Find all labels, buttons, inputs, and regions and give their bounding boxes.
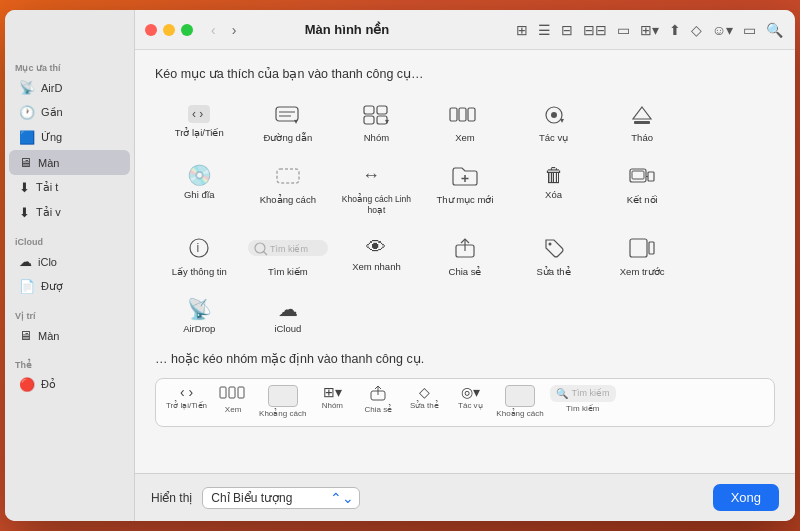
tp-space-label2: Khoảng cách xyxy=(496,409,543,418)
search-label: Tìm kiếm xyxy=(268,266,308,277)
quicklook-icon: 👁 xyxy=(366,237,386,257)
sidebar-item-location[interactable]: 🖥 Màn xyxy=(9,323,130,348)
toolbar-item-new-folder[interactable]: Thư mục mới xyxy=(421,157,510,220)
toolbar-item-airdrop[interactable]: 📡 AirDrop xyxy=(155,291,244,340)
show-label: Hiển thị xyxy=(151,491,192,505)
toolbar-item-path[interactable]: ▾ Đường dẫn xyxy=(244,97,333,149)
sidebar-item-label: Tải t xyxy=(36,181,58,194)
view-grid-small-button[interactable]: ⊞▾ xyxy=(638,20,661,40)
toolbar-item-flexible-space[interactable]: ↔ Khoảng cách Linh hoạt xyxy=(332,157,421,220)
sidebar-item-icloud[interactable]: ☁ iClo xyxy=(9,249,130,274)
toolbar-item-burn[interactable]: 💿 Ghi đĩa xyxy=(155,157,244,220)
sidebar-section-favorites: Mục ưa thí 📡 AirD 🕐 Gần 🟦 Ứng 🖥 Màn ⬇ Tả… xyxy=(5,55,134,229)
toolbar-item-share[interactable]: Chia sẻ xyxy=(421,229,510,283)
sidebar-item-label: Đỏ xyxy=(41,378,56,391)
close-button[interactable] xyxy=(145,24,157,36)
sidebar-item-downloads1[interactable]: ⬇ Tải t xyxy=(9,175,130,200)
search-icon: Tìm kiếm xyxy=(248,237,328,262)
toolbar-item-back-forward[interactable]: ‹ › Trở lại/Tiến xyxy=(155,97,244,149)
tp-item-back-forward: ‹ › Trở lại/Tiến xyxy=(166,385,207,410)
toolbar-item-info[interactable]: i Lấy thông tin xyxy=(155,229,244,283)
path-icon: ▾ xyxy=(275,105,301,128)
preview-label: Xem trước xyxy=(620,266,665,277)
tp-search-field[interactable]: 🔍 Tìm kiếm xyxy=(550,385,616,402)
toolbar-item-connect[interactable]: Kết nối xyxy=(598,157,687,220)
toolbar-preview: ‹ › Trở lại/Tiến Xem xyxy=(155,378,775,427)
view-label: Xem xyxy=(455,132,475,143)
sidebar-item-downloads2[interactable]: ⬇ Tải v xyxy=(9,200,130,225)
svg-rect-24 xyxy=(632,171,644,179)
toolbar-item-eject[interactable]: Tháo xyxy=(598,97,687,149)
download1-icon: ⬇ xyxy=(19,180,30,195)
sidebar-section-title-tags: Thẻ xyxy=(5,356,134,372)
tp-back-forward-label: Trở lại/Tiến xyxy=(166,401,207,410)
tp-group-icon: ⊞▾ xyxy=(323,385,342,399)
sidebar-item-label: Gần xyxy=(41,106,63,119)
tp-share-icon xyxy=(370,385,386,403)
path-label: Đường dẫn xyxy=(264,132,313,143)
toolbar-item-group[interactable]: ▾ Nhóm xyxy=(332,97,421,149)
sidebar-item-apps[interactable]: 🟦 Ứng xyxy=(9,125,130,150)
toolbar-item-space[interactable]: Khoảng cách xyxy=(244,157,333,220)
tp-item-space2: Khoảng cách xyxy=(496,385,543,418)
connect-icon xyxy=(628,165,656,190)
icloud-icon2: ☁ xyxy=(278,299,298,319)
action-label: Tác vụ xyxy=(539,132,568,143)
sidebar-item-icloud2[interactable]: 📄 Đượ xyxy=(9,274,130,299)
back-forward-label: Trở lại/Tiến xyxy=(175,127,224,138)
svg-rect-37 xyxy=(649,242,654,254)
tp-item-share: Chia sẻ xyxy=(358,385,398,414)
toolbar-item-search[interactable]: Tìm kiếm Tìm kiếm xyxy=(244,229,333,283)
download2-icon: ⬇ xyxy=(19,205,30,220)
group-label: Nhóm xyxy=(364,132,389,143)
emoji-button[interactable]: ☺▾ xyxy=(710,20,735,40)
display-mode-select[interactable]: Chỉ Biểu tượng Biểu tượng và Văn bản Chỉ… xyxy=(202,487,360,509)
toolbar-icons: ⊞ ☰ ⊟ ⊟⊟ ▭ ⊞▾ ⬆ ◇ ☺▾ ▭ 🔍 xyxy=(514,20,785,40)
new-folder-label: Thư mục mới xyxy=(436,194,493,205)
info-icon: i xyxy=(188,237,210,262)
flexible-space-icon: ↔ xyxy=(360,165,392,190)
sidebar-section-title-favorites: Mục ưa thí xyxy=(5,59,134,75)
main-area: ‹ › Màn hình nền ⊞ ☰ ⊟ ⊟⊟ ▭ ⊞▾ ⬆ ◇ ☺▾ ▭ … xyxy=(135,10,795,521)
toolbar-item-view[interactable]: Xem xyxy=(421,97,510,149)
toolbar-item-tag[interactable]: Sửa thẻ xyxy=(509,229,598,283)
svg-rect-40 xyxy=(238,387,244,398)
minimize-button[interactable] xyxy=(163,24,175,36)
sidebar-item-desktop[interactable]: 🖥 Màn xyxy=(9,150,130,175)
search-button[interactable]: 🔍 xyxy=(764,20,785,40)
burn-label: Ghi đĩa xyxy=(184,189,215,200)
svg-rect-18 xyxy=(634,121,650,124)
tp-search-icon: 🔍 xyxy=(556,388,568,399)
done-button[interactable]: Xong xyxy=(713,484,779,511)
bottom-bar: Hiển thị Chỉ Biểu tượng Biểu tượng và Vă… xyxy=(135,473,795,521)
view-columns3-button[interactable]: ⊟⊟ xyxy=(581,20,609,40)
svg-point-35 xyxy=(548,242,551,245)
view-list-button[interactable]: ☰ xyxy=(536,20,553,40)
svg-text:▾: ▾ xyxy=(294,117,298,125)
svg-rect-7 xyxy=(377,106,387,114)
space-icon xyxy=(275,165,301,190)
titlebar: ‹ › Màn hình nền ⊞ ☰ ⊟ ⊟⊟ ▭ ⊞▾ ⬆ ◇ ☺▾ ▭ … xyxy=(135,10,795,50)
sidebar-item-label: AirD xyxy=(41,82,62,94)
view-rect-button[interactable]: ▭ xyxy=(615,20,632,40)
sidebar-item-label: Màn xyxy=(38,157,59,169)
space-label: Khoảng cách xyxy=(260,194,316,205)
toolbar-item-delete[interactable]: 🗑 Xóa xyxy=(509,157,598,220)
rect2-button[interactable]: ▭ xyxy=(741,20,758,40)
upload-button[interactable]: ⬆ xyxy=(667,20,683,40)
toolbar-item-icloud[interactable]: ☁ iCloud xyxy=(244,291,333,340)
view-grid-button[interactable]: ⊞ xyxy=(514,20,530,40)
toolbar-item-quicklook[interactable]: 👁 Xem nhanh xyxy=(332,229,421,283)
sidebar-item-airdrop[interactable]: 📡 AirD xyxy=(9,75,130,100)
tag-button[interactable]: ◇ xyxy=(689,20,704,40)
desktop-icon: 🖥 xyxy=(19,155,32,170)
content-area: Kéo mục ưa thích của bạn vào thanh công … xyxy=(135,50,795,473)
svg-rect-25 xyxy=(648,172,654,181)
tp-action-icon: ◎▾ xyxy=(461,385,480,399)
toolbar-item-action[interactable]: ▾ Tác vụ xyxy=(509,97,598,149)
toolbar-item-preview[interactable]: Xem trước xyxy=(598,229,687,283)
sidebar-item-tag-red[interactable]: 🔴 Đỏ xyxy=(9,372,130,397)
view-columns2-button[interactable]: ⊟ xyxy=(559,20,575,40)
sidebar-item-recent[interactable]: 🕐 Gần xyxy=(9,100,130,125)
svg-text:i: i xyxy=(197,241,200,255)
